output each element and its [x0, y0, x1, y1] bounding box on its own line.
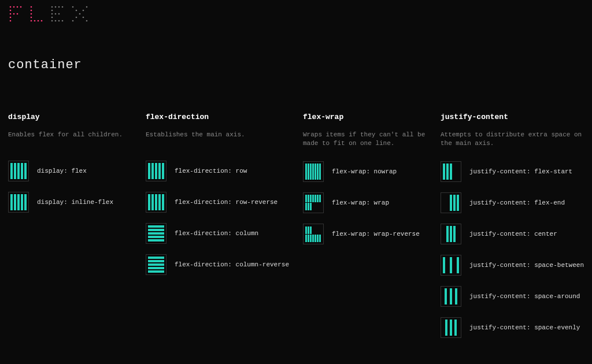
flex-col-fill-icon — [146, 223, 166, 244]
section-title: flex-wrap — [303, 113, 427, 121]
option-flex-direction-row-reverse[interactable]: flex-direction: row-reverse — [146, 192, 289, 213]
svg-point-19 — [55, 6, 57, 8]
jc-center-icon — [441, 224, 461, 244]
svg-point-14 — [31, 20, 32, 22]
option-label: justify-content: center — [469, 231, 557, 237]
option-flex-direction-row[interactable]: flex-direction: row — [146, 161, 289, 181]
option-label: flex-direction: column — [175, 230, 258, 237]
section-desc: Attempts to distribute extra space on th… — [441, 131, 584, 148]
svg-point-32 — [86, 6, 88, 8]
svg-point-12 — [31, 13, 32, 15]
section-justify-content: justify-content Attempts to distribute e… — [441, 113, 584, 348]
section-title: flex-direction — [146, 113, 289, 121]
svg-point-4 — [10, 10, 12, 12]
svg-point-23 — [51, 13, 53, 15]
svg-point-10 — [31, 6, 32, 8]
svg-point-18 — [51, 6, 53, 8]
jc-flex-start-icon — [441, 161, 461, 182]
svg-point-25 — [58, 13, 60, 15]
svg-point-7 — [17, 13, 18, 15]
svg-point-15 — [34, 20, 36, 22]
option-label: flex-wrap: wrap-reverse — [332, 231, 420, 237]
jc-space-between-icon — [441, 255, 461, 276]
section-flex-direction: flex-direction Establishes the main axis… — [146, 113, 289, 348]
option-label: flex-direction: column-reverse — [175, 261, 289, 268]
option-label: flex-direction: row-reverse — [175, 199, 278, 206]
svg-point-31 — [72, 6, 74, 8]
svg-point-28 — [55, 20, 57, 22]
svg-point-5 — [10, 13, 12, 15]
svg-point-13 — [31, 17, 32, 18]
flex-col-fill-rev-icon — [146, 254, 166, 275]
option-label: justify-content: space-between — [469, 262, 584, 269]
section-title: display — [8, 113, 132, 121]
option-label: justify-content: flex-start — [469, 168, 572, 175]
svg-point-30 — [62, 20, 64, 22]
option-flex-wrap-wrap[interactable]: flex-wrap: wrap — [303, 192, 427, 213]
option-justify-content-space-around[interactable]: justify-content: space-around — [441, 286, 584, 307]
svg-point-0 — [10, 6, 12, 8]
svg-point-39 — [86, 20, 88, 22]
section-flex-wrap: flex-wrap Wraps items if they can't all … — [303, 113, 427, 348]
svg-point-21 — [62, 6, 64, 8]
jc-space-around-icon — [441, 286, 461, 307]
svg-point-38 — [72, 20, 74, 22]
jc-space-evenly-icon — [441, 317, 461, 338]
svg-point-9 — [10, 20, 12, 22]
wrap-wrap-reverse-icon — [303, 224, 324, 244]
option-justify-content-flex-end[interactable]: justify-content: flex-end — [441, 192, 584, 213]
option-flex-direction-column[interactable]: flex-direction: column — [146, 223, 289, 244]
wrap-wrap-icon — [303, 192, 324, 213]
page-title: container — [8, 58, 584, 72]
section-display: display Enables flex for all children. d… — [8, 113, 132, 348]
property-columns: display Enables flex for all children. d… — [8, 113, 584, 348]
section-desc: Establishes the main axis. — [146, 131, 289, 148]
option-label: justify-content: space-evenly — [469, 324, 580, 331]
option-display-flex[interactable]: display: flex — [8, 161, 132, 181]
svg-point-26 — [51, 17, 53, 18]
svg-point-22 — [51, 10, 53, 12]
svg-point-24 — [55, 13, 57, 15]
option-display-inline-flex[interactable]: display: inline-flex — [8, 192, 132, 213]
flex-row-fill-rev-icon — [146, 192, 166, 213]
section-desc: Wraps items if they can't all be made to… — [303, 131, 427, 148]
option-label: display: flex — [37, 168, 87, 174]
option-justify-content-center[interactable]: justify-content: center — [441, 224, 584, 244]
section-title: justify-content — [441, 113, 584, 121]
svg-point-33 — [76, 10, 77, 12]
option-label: display: inline-flex — [37, 199, 113, 206]
option-label: flex-wrap: nowrap — [332, 168, 397, 175]
option-label: flex-wrap: wrap — [332, 199, 389, 206]
svg-point-11 — [31, 10, 32, 12]
svg-point-27 — [51, 20, 53, 22]
flex-row-fill-icon — [8, 161, 29, 181]
option-label: justify-content: space-around — [469, 293, 580, 300]
flex-row-fill-icon — [8, 192, 29, 213]
svg-point-35 — [79, 13, 81, 15]
option-justify-content-space-evenly[interactable]: justify-content: space-evenly — [441, 317, 584, 338]
svg-point-17 — [41, 20, 43, 22]
option-label: justify-content: flex-end — [469, 199, 565, 206]
jc-flex-end-icon — [441, 192, 461, 213]
option-flex-wrap-nowrap[interactable]: flex-wrap: nowrap — [303, 161, 427, 182]
svg-point-6 — [13, 13, 15, 15]
option-flex-direction-column-reverse[interactable]: flex-direction: column-reverse — [146, 254, 289, 275]
svg-point-1 — [13, 6, 15, 8]
svg-point-20 — [58, 6, 60, 8]
svg-point-16 — [38, 20, 39, 22]
svg-point-37 — [83, 17, 84, 18]
svg-point-8 — [10, 17, 12, 18]
option-justify-content-space-between[interactable]: justify-content: space-between — [441, 255, 584, 276]
svg-point-2 — [17, 6, 18, 8]
option-label: flex-direction: row — [175, 168, 247, 174]
option-flex-wrap-wrap-reverse[interactable]: flex-wrap: wrap-reverse — [303, 224, 427, 244]
svg-point-34 — [83, 10, 84, 12]
wrap-nowrap-icon — [303, 161, 324, 182]
section-desc: Enables flex for all children. — [8, 131, 132, 148]
svg-point-36 — [76, 17, 77, 18]
svg-point-29 — [58, 20, 60, 22]
option-justify-content-flex-start[interactable]: justify-content: flex-start — [441, 161, 584, 182]
svg-point-3 — [20, 6, 22, 8]
flex-row-fill-icon — [146, 161, 166, 181]
flex-logo — [0, 0, 592, 22]
